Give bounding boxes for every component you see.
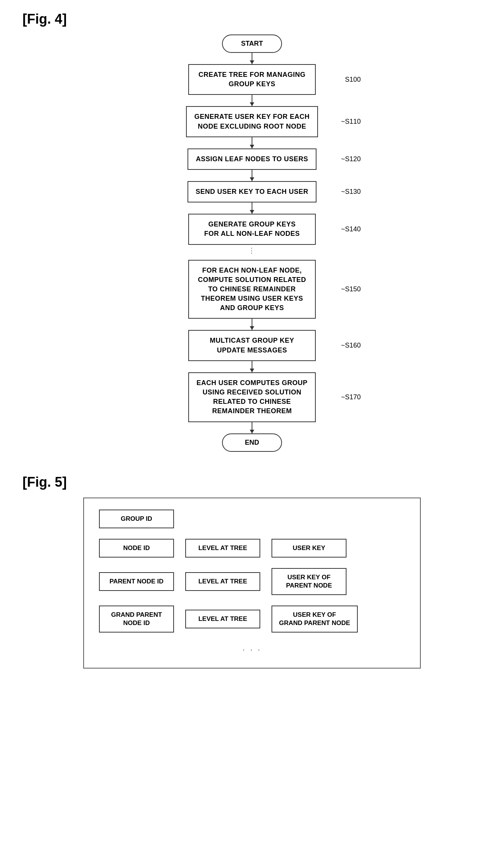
step-s120-label: ~S120 xyxy=(341,155,361,163)
step-s170-box: EACH USER COMPUTES GROUP USING RECEIVED … xyxy=(188,372,316,422)
step-s130-row: SEND USER KEY TO EACH USER ~S130 xyxy=(140,181,364,202)
user-key-cell-1: USER KEY xyxy=(272,539,346,558)
level-tree-cell-1: LEVEL AT TREE xyxy=(185,539,260,558)
step-s150-box: FOR EACH NON-LEAF NODE, COMPUTE SOLUTION… xyxy=(188,260,316,319)
group-id-cell: GROUP ID xyxy=(99,510,174,528)
fig5-row3: PARENT NODE ID LEVEL AT TREE USER KEY OF… xyxy=(99,568,405,595)
step-s160-label: ~S160 xyxy=(341,342,361,349)
step-s110-box: GENERATE USER KEY FOR EACH NODE EXCLUDIN… xyxy=(186,106,318,137)
fig5-row4: GRAND PARENT NODE ID LEVEL AT TREE USER … xyxy=(99,606,405,633)
level-tree-cell-2: LEVEL AT TREE xyxy=(185,572,260,591)
fig4-section: [Fig. 4] START CREATE TREE FOR MANAGING … xyxy=(22,11,482,452)
step-s120-row: ASSIGN LEAF NODES TO USERS ~S120 xyxy=(140,148,364,170)
start-row: START xyxy=(140,34,364,53)
flowchart: START CREATE TREE FOR MANAGING GROUP KEY… xyxy=(140,34,364,452)
arrow-3 xyxy=(252,170,252,181)
level-tree-cell-3: LEVEL AT TREE xyxy=(185,610,260,628)
fig5-row1: GROUP ID xyxy=(99,510,405,528)
arrow-5 xyxy=(252,319,252,330)
user-key-parent-cell: USER KEY OF PARENT NODE xyxy=(272,568,346,595)
step-s160-row: MULTICAST GROUP KEY UPDATE MESSAGES ~S16… xyxy=(140,330,364,361)
parent-node-id-cell: PARENT NODE ID xyxy=(99,572,174,591)
step-s170-row: EACH USER COMPUTES GROUP USING RECEIVED … xyxy=(140,372,364,422)
step-s160-box: MULTICAST GROUP KEY UPDATE MESSAGES xyxy=(188,330,316,361)
grand-parent-node-id-cell: GRAND PARENT NODE ID xyxy=(99,606,174,633)
fig4-label: [Fig. 4] xyxy=(22,11,482,27)
step-s140-row: GENERATE GROUP KEYS FOR ALL NON-LEAF NOD… xyxy=(140,214,364,244)
start-oval: START xyxy=(222,34,282,53)
fig5-dots: . . . xyxy=(99,643,405,653)
arrow-4 xyxy=(252,202,252,214)
step-s130-box: SEND USER KEY TO EACH USER xyxy=(188,181,316,202)
step-s170-label: ~S170 xyxy=(341,393,361,401)
step-s100-row: CREATE TREE FOR MANAGING GROUP KEYS S100 xyxy=(140,64,364,95)
fig5-row2: NODE ID LEVEL AT TREE USER KEY xyxy=(99,539,405,558)
node-id-cell: NODE ID xyxy=(99,539,174,558)
step-s150-label: ~S150 xyxy=(341,285,361,293)
fig5-container: GROUP ID NODE ID LEVEL AT TREE USER KEY … xyxy=(83,498,421,669)
fig5-label: [Fig. 5] xyxy=(22,474,482,490)
dots-connector-1: ⋮ xyxy=(248,245,256,256)
fig5-section: [Fig. 5] GROUP ID NODE ID LEVEL AT TREE … xyxy=(22,474,482,669)
step-s100-box: CREATE TREE FOR MANAGING GROUP KEYS xyxy=(188,64,316,95)
step-s100-label: S100 xyxy=(345,76,361,84)
step-s130-label: ~S130 xyxy=(341,188,361,196)
step-s110-row: GENERATE USER KEY FOR EACH NODE EXCLUDIN… xyxy=(140,106,364,137)
arrow-6 xyxy=(252,361,252,372)
end-oval: END xyxy=(222,433,282,452)
arrow-2 xyxy=(252,137,252,148)
step-s140-box: GENERATE GROUP KEYS FOR ALL NON-LEAF NOD… xyxy=(188,214,316,244)
user-key-grand-parent-cell: USER KEY OF GRAND PARENT NODE xyxy=(272,606,358,633)
arrow-0 xyxy=(252,53,252,64)
step-s110-label: ~S110 xyxy=(341,118,361,126)
arrow-7 xyxy=(252,422,252,433)
step-s150-row: FOR EACH NON-LEAF NODE, COMPUTE SOLUTION… xyxy=(140,260,364,319)
step-s140-label: ~S140 xyxy=(341,225,361,233)
end-row: END xyxy=(140,433,364,452)
arrow-1 xyxy=(252,95,252,106)
step-s120-box: ASSIGN LEAF NODES TO USERS xyxy=(188,148,316,170)
